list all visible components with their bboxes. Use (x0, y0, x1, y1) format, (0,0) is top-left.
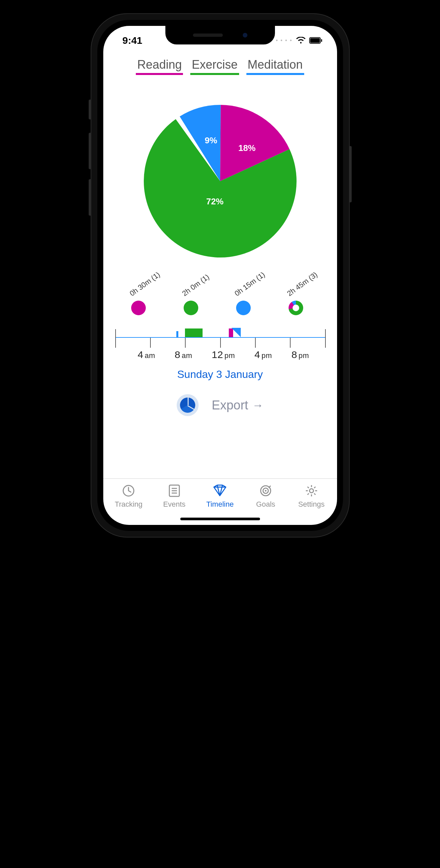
pie-label-reading: 18% (238, 143, 256, 153)
category-legend: Reading Exercise Meditation (103, 58, 337, 75)
pie-chart[interactable]: 18% 72% 9% (144, 105, 297, 257)
svg-line-17 (314, 493, 316, 495)
summary-total[interactable]: 2h 45m (3) (281, 289, 317, 315)
summary-label: 0h 15m (1) (233, 275, 259, 298)
dot-icon (131, 301, 146, 315)
summary-meditation[interactable]: 0h 15m (1) (228, 289, 265, 315)
pie-label-exercise: 72% (206, 196, 224, 207)
legend-tab-exercise[interactable]: Exercise (190, 58, 239, 75)
summary-label: 2h 45m (3) (285, 275, 312, 298)
phone-frame: 9:41 • • • • Reading Exercise Meditation (91, 13, 350, 537)
tick (150, 338, 151, 348)
svg-point-10 (265, 490, 267, 492)
dot-icon (184, 301, 198, 315)
tab-label: Tracking (115, 500, 143, 508)
summary-reading[interactable]: 0h 30m (1) (123, 289, 160, 315)
svg-rect-1 (310, 38, 320, 43)
export-button[interactable]: Export → (212, 398, 264, 412)
tab-label: Events (163, 500, 185, 508)
list-icon (151, 484, 197, 498)
summary-legend: 0h 30m (1) 2h 0m (1) 0h 15m (1) 2h 45m (… (103, 289, 337, 315)
target-icon (243, 484, 289, 498)
arrow-right-icon: → (252, 399, 263, 412)
dot-icon (236, 301, 251, 315)
timeline-date: Sunday 3 January (103, 368, 337, 380)
legend-tab-reading[interactable]: Reading (136, 58, 183, 75)
side-button (89, 179, 91, 216)
notch (165, 26, 275, 44)
tab-goals[interactable]: Goals (243, 484, 289, 513)
svg-line-18 (314, 487, 316, 488)
timeline-event-meditation[interactable] (176, 331, 179, 337)
clock-icon (106, 484, 152, 498)
wifi-icon (296, 37, 306, 44)
tick (255, 338, 256, 348)
tick (115, 329, 116, 348)
tick (220, 338, 221, 348)
home-indicator[interactable] (180, 518, 260, 520)
donut-icon (289, 301, 303, 315)
pie-icon (180, 398, 195, 413)
tab-events[interactable]: Events (151, 484, 197, 513)
summary-exercise[interactable]: 2h 0m (1) (176, 289, 212, 315)
signal-dots-icon: • • • • (276, 37, 293, 43)
side-button (89, 99, 91, 119)
summary-label: 0h 30m (1) (128, 275, 154, 298)
side-button (349, 146, 352, 203)
screen: 9:41 • • • • Reading Exercise Meditation (103, 26, 337, 525)
summary-label: 2h 0m (1) (180, 275, 207, 298)
timeline-event-overlay[interactable] (231, 328, 241, 337)
tab-label: Settings (298, 500, 325, 508)
status-time: 9:41 (122, 35, 143, 46)
side-button (89, 133, 91, 169)
svg-line-16 (307, 487, 309, 488)
timeline-axis-labels: 4am 8am 12pm 4pm 8pm (138, 349, 309, 360)
tab-timeline[interactable]: Timeline (197, 484, 243, 513)
battery-icon (309, 37, 322, 44)
pie-label-meditation: 9% (205, 135, 217, 146)
chart-type-button[interactable] (177, 394, 199, 416)
tick (325, 329, 326, 348)
tab-label: Goals (256, 500, 275, 508)
export-label: Export (212, 398, 248, 412)
tab-tracking[interactable]: Tracking (106, 484, 152, 513)
svg-line-19 (307, 493, 309, 495)
legend-tab-meditation[interactable]: Meditation (246, 58, 304, 75)
day-timeline[interactable]: 4am 8am 12pm 4pm 8pm Sunday 3 January (103, 327, 337, 376)
svg-point-11 (310, 489, 314, 493)
tab-label: Timeline (206, 500, 233, 508)
tab-settings[interactable]: Settings (289, 484, 334, 513)
timeline-event-exercise[interactable] (185, 329, 203, 337)
diamond-icon (197, 484, 243, 498)
tick (290, 338, 291, 348)
svg-rect-2 (321, 39, 322, 42)
gear-icon (289, 484, 334, 498)
tick (185, 338, 186, 348)
